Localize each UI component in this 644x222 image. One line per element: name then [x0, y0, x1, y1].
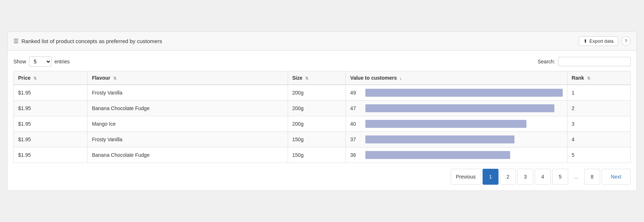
cell-size-1: 200g — [288, 100, 346, 116]
bar-container-4 — [365, 151, 562, 159]
sort-icon-size: ⇅ — [305, 76, 308, 80]
page-ellipsis: ... — [570, 169, 583, 185]
cell-size-3: 150g — [288, 131, 346, 147]
bar-3 — [365, 135, 514, 143]
table-row: $1.95 Frosty Vanilla 150g 37 4 — [14, 131, 631, 147]
widget-header: ☰ Ranked list of product concepts as pre… — [8, 32, 636, 51]
page-button-1[interactable]: 1 — [483, 169, 499, 185]
entries-select[interactable]: 5 10 25 50 100 — [29, 56, 52, 67]
widget-container: ☰ Ranked list of product concepts as pre… — [7, 32, 637, 191]
bar-2 — [365, 120, 526, 128]
bar-container-3 — [365, 135, 562, 143]
cell-rank-4: 5 — [567, 147, 630, 163]
col-header-flavour[interactable]: Flavour ⇅ — [87, 71, 288, 85]
table-row: $1.95 Banana Chocolate Fudge 150g 36 5 — [14, 147, 631, 163]
cell-flavour-3: Frosty Vanilla — [87, 131, 288, 147]
sort-icon-price: ⇅ — [33, 76, 37, 80]
cell-price-1: $1.95 — [14, 100, 87, 116]
cell-price-0: $1.95 — [14, 85, 87, 101]
pagination: Previous 1 2 3 4 5 ... 8 Next — [13, 169, 631, 185]
bar-4 — [365, 151, 510, 159]
bar-0 — [365, 89, 562, 97]
help-button[interactable]: ? — [621, 36, 631, 46]
value-number-3: 37 — [350, 137, 361, 142]
list-icon: ☰ — [13, 38, 19, 45]
cell-flavour-4: Banana Chocolate Fudge — [87, 147, 288, 163]
value-number-1: 47 — [350, 105, 361, 111]
bar-container-1 — [365, 104, 562, 112]
widget-title: ☰ Ranked list of product concepts as pre… — [13, 38, 162, 45]
col-header-value[interactable]: Value to customers ↓ — [346, 71, 567, 85]
table-controls: Show 5 10 25 50 100 entries Search: — [13, 56, 631, 67]
cell-size-0: 200g — [288, 85, 346, 101]
cell-flavour-1: Banana Chocolate Fudge — [87, 100, 288, 116]
data-table: Price ⇅ Flavour ⇅ Size ⇅ Value to custom… — [13, 71, 631, 163]
table-row: $1.95 Frosty Vanilla 200g 49 1 — [14, 85, 631, 101]
page-button-2[interactable]: 2 — [500, 169, 516, 185]
value-number-0: 49 — [350, 90, 361, 96]
cell-value-4: 36 — [346, 147, 567, 163]
bar-1 — [365, 104, 554, 112]
title-text: Ranked list of product concepts as prefe… — [21, 38, 162, 44]
table-row: $1.95 Banana Chocolate Fudge 200g 47 2 — [14, 100, 631, 116]
col-header-rank[interactable]: Rank ⇅ — [567, 71, 630, 85]
sort-icon-flavour: ⇅ — [113, 76, 116, 80]
show-label: Show — [13, 59, 26, 64]
next-button[interactable]: Next — [602, 169, 631, 185]
bar-container-2 — [365, 120, 562, 128]
cell-rank-0: 1 — [567, 85, 630, 101]
cell-size-4: 150g — [288, 147, 346, 163]
sort-icon-rank: ⇅ — [587, 76, 590, 80]
value-number-2: 40 — [350, 121, 361, 127]
table-header-row: Price ⇅ Flavour ⇅ Size ⇅ Value to custom… — [14, 71, 631, 85]
sort-icon-value: ↓ — [400, 76, 402, 80]
header-actions: ⬆ Export data ? — [579, 36, 631, 46]
export-button[interactable]: ⬆ Export data — [579, 36, 619, 46]
page-button-8[interactable]: 8 — [584, 169, 600, 185]
export-icon: ⬆ — [583, 38, 587, 44]
page-button-3[interactable]: 3 — [517, 169, 533, 185]
show-entries: Show 5 10 25 50 100 entries — [13, 56, 70, 67]
col-header-price[interactable]: Price ⇅ — [14, 71, 87, 85]
previous-button[interactable]: Previous — [451, 169, 481, 185]
cell-price-2: $1.95 — [14, 116, 87, 131]
table-body: $1.95 Frosty Vanilla 200g 49 1 $1.95 Ban… — [14, 85, 631, 163]
col-header-size[interactable]: Size ⇅ — [288, 71, 346, 85]
cell-flavour-2: Mango Ice — [87, 116, 288, 131]
cell-rank-2: 3 — [567, 116, 630, 131]
value-number-4: 36 — [350, 152, 361, 158]
cell-flavour-0: Frosty Vanilla — [87, 85, 288, 101]
cell-size-2: 200g — [288, 116, 346, 131]
search-input[interactable] — [558, 57, 631, 66]
cell-value-1: 47 — [346, 100, 567, 116]
search-label: Search: — [538, 59, 555, 64]
cell-rank-1: 2 — [567, 100, 630, 116]
cell-value-2: 40 — [346, 116, 567, 131]
cell-value-3: 37 — [346, 131, 567, 147]
entries-label: entries — [54, 59, 70, 64]
table-row: $1.95 Mango Ice 200g 40 3 — [14, 116, 631, 131]
cell-value-0: 49 — [346, 85, 567, 101]
cell-rank-3: 4 — [567, 131, 630, 147]
cell-price-4: $1.95 — [14, 147, 87, 163]
cell-price-3: $1.95 — [14, 131, 87, 147]
search-box: Search: — [538, 57, 631, 66]
bar-container-0 — [365, 89, 562, 97]
page-button-4[interactable]: 4 — [535, 169, 551, 185]
page-button-5[interactable]: 5 — [552, 169, 568, 185]
widget-body: Show 5 10 25 50 100 entries Search: — [8, 51, 636, 190]
